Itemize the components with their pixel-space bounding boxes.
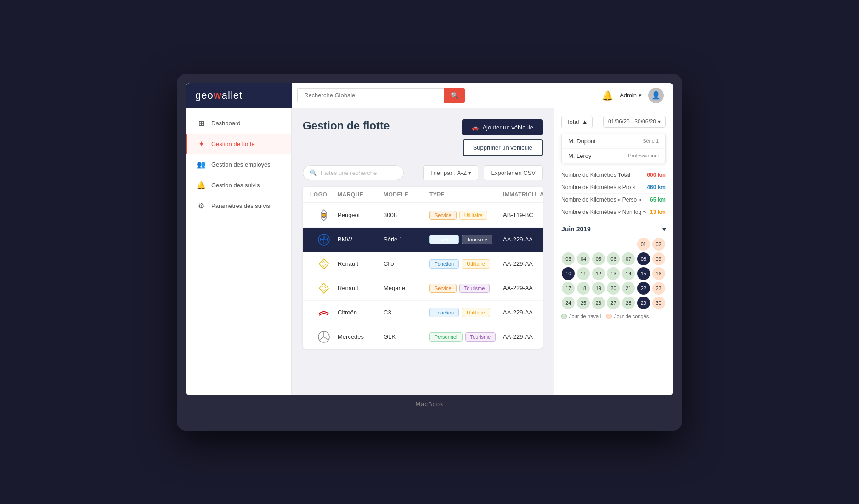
marque-cell: BMW [338, 236, 384, 243]
marque-cell: Renault [338, 285, 384, 291]
delete-vehicle-button[interactable]: Supprimer un véhicule [463, 139, 543, 156]
type-cell: FonctionUtilitaire [430, 308, 503, 317]
calendar-day[interactable]: 04 [577, 252, 590, 265]
calendar-day[interactable]: 22 [637, 282, 650, 295]
sidebar-item-gestion-flotte[interactable]: ✦ Gestion de flotte [186, 134, 291, 154]
table-row[interactable]: 🦁 Peugeot 3008 ServiceUtilitaire AB-119-… [303, 203, 543, 228]
admin-avatar[interactable]: 👤 [648, 88, 664, 103]
table-search-bar[interactable]: 🔍 Faites une recherche [303, 165, 404, 180]
calendar-day[interactable]: 27 [607, 297, 620, 309]
calendar-day[interactable]: 02 [652, 238, 665, 251]
search-button[interactable]: 🔍 [444, 88, 465, 103]
calendar-day[interactable]: 26 [592, 297, 605, 309]
stat-pro-km: Nombre de Kilomètres « Pro » 460 km [561, 181, 666, 194]
calendar-day[interactable]: 20 [607, 282, 620, 295]
calendar-header: Juin 2019 ▾ [561, 225, 666, 233]
macbook-label: MacBook [186, 395, 673, 408]
car-logo-cell [310, 258, 338, 270]
sort-button[interactable]: Trier par : A-Z ▾ [423, 165, 478, 180]
table-row[interactable]: Renault Mégane ServiceTourisme AA-229-AA… [303, 276, 543, 301]
main-layout: ⊞ Dashboard ✦ Gestion de flotte 👥 Gestio… [186, 108, 673, 395]
type-cell: ServiceTourisme [430, 284, 503, 293]
calendar-dropdown-icon[interactable]: ▾ [662, 225, 666, 233]
calendar-day[interactable]: 25 [577, 297, 590, 309]
notification-icon[interactable]: 🔔 [602, 90, 613, 101]
calendar-day[interactable]: 23 [652, 282, 665, 295]
table-search-icon: 🔍 [310, 169, 317, 176]
dropdown-item-leroy[interactable]: M. Leroy Professionnel [562, 149, 665, 163]
calendar-day[interactable]: 17 [562, 282, 575, 295]
export-button[interactable]: Exporter en CSV [484, 165, 543, 180]
calendar-day[interactable]: 18 [577, 282, 590, 295]
calendar-day[interactable]: 06 [607, 252, 620, 265]
legend-dot-leave [606, 314, 612, 319]
parametres-icon: ⚙ [197, 202, 206, 210]
calendar-day[interactable]: 11 [577, 267, 590, 280]
search-input[interactable] [297, 88, 444, 102]
calendar-day[interactable]: 01 [637, 238, 650, 251]
table-row[interactable]: Renault Clio FonctionUtilitaire AA-229-A… [303, 252, 543, 276]
dashboard-icon: ⊞ [197, 119, 206, 128]
type-cell: FonctionUtilitaire [430, 259, 503, 269]
modele-cell: C3 [384, 309, 430, 316]
svg-marker-6 [319, 283, 328, 293]
calendar-day[interactable]: 03 [562, 252, 575, 265]
add-vehicle-icon: 🚗 [471, 124, 479, 131]
calendar-day[interactable]: 21 [622, 282, 635, 295]
calendar-day[interactable]: 13 [607, 267, 620, 280]
type-cell: PersonnelTourisme [430, 332, 503, 342]
calendar-day[interactable]: 15 [637, 267, 650, 280]
svg-marker-4 [319, 259, 328, 269]
calendar-day[interactable]: 10 [562, 267, 575, 280]
table-header: LOGO MARQUE MODELE TYPE IMMATRICULATION … [303, 187, 543, 203]
marque-cell: Citroën [338, 309, 384, 316]
table-row[interactable]: Mercedes GLK PersonnelTourisme AA-229-AA… [303, 325, 543, 349]
admin-menu[interactable]: Admin ▾ [620, 92, 642, 99]
sidebar-item-parametres-suivis[interactable]: ⚙ Paramètres des suivis [186, 196, 291, 216]
col-marque: MARQUE [338, 191, 384, 198]
calendar-day[interactable]: 28 [622, 297, 635, 309]
sidebar-item-dashboard[interactable]: ⊞ Dashboard [186, 113, 291, 134]
svg-line-10 [324, 337, 328, 340]
calendar-day[interactable]: 29 [637, 297, 650, 309]
car-logo-cell [310, 330, 338, 343]
modele-cell: 3008 [384, 212, 430, 218]
table-row[interactable]: BMW Série 1 FonctionTourisme AA-229-AA 9… [303, 228, 543, 252]
type-badge: Fonction [430, 308, 459, 317]
table-row[interactable]: Citroën C3 FonctionUtilitaire AA-229-AA … [303, 301, 543, 325]
col-type: TYPE [430, 191, 503, 198]
gestion-flotte-icon: ✦ [197, 140, 206, 148]
add-vehicle-button[interactable]: 🚗 Ajouter un véhicule [462, 119, 543, 135]
marque-cell: Renault [338, 260, 384, 267]
calendar-day[interactable]: 12 [592, 267, 605, 280]
stat-nonlog-km: Nombre de Kilomètres « Non log » 13 km [561, 206, 666, 218]
type-cell: ServiceUtilitaire [430, 211, 503, 220]
dropdown-item-dupont[interactable]: M. Dupont Série 1 [562, 134, 665, 149]
page-header: Gestion de flotte 🚗 Ajouter un véhicule … [303, 119, 543, 156]
svg-marker-7 [322, 286, 326, 291]
calendar-day[interactable]: 16 [652, 267, 665, 280]
calendar-day[interactable]: 19 [592, 282, 605, 295]
calendar-day[interactable]: 09 [652, 252, 665, 265]
sidebar-label-gestion-flotte: Gestion de flotte [211, 140, 255, 147]
sidebar-item-gestion-suivis[interactable]: 🔔 Gestion des suivis [186, 175, 291, 196]
marque-cell: Mercedes [338, 333, 384, 340]
immat-cell: AA-229-AA [503, 260, 543, 267]
calendar-day[interactable]: 05 [592, 252, 605, 265]
calendar-day[interactable]: 07 [622, 252, 635, 265]
stats-filter[interactable]: Total ▲ [561, 116, 593, 128]
legend-work: Jour de travail [561, 314, 601, 319]
header-actions: 🚗 Ajouter un véhicule Supprimer un véhic… [462, 119, 543, 156]
type-badge: Tourisme [459, 284, 490, 293]
calendar-day[interactable]: 14 [622, 267, 635, 280]
topbar: geowallet 🔍 🔔 Admin ▾ 👤 [186, 83, 673, 108]
calendar-day[interactable]: 24 [562, 297, 575, 309]
calendar-day[interactable]: 30 [652, 297, 665, 309]
date-range-filter[interactable]: 01/06/20 - 30/06/20 ▾ [603, 116, 666, 128]
calendar-day[interactable]: 08 [637, 252, 650, 265]
car-logo-cell [310, 282, 338, 295]
stats-header: Total ▲ 01/06/20 - 30/06/20 ▾ [561, 116, 666, 128]
sidebar-item-gestion-employes[interactable]: 👥 Gestion des employés [186, 154, 291, 175]
car-logo-cell [310, 306, 338, 319]
notification-wrapper: 🔔 [602, 90, 613, 101]
